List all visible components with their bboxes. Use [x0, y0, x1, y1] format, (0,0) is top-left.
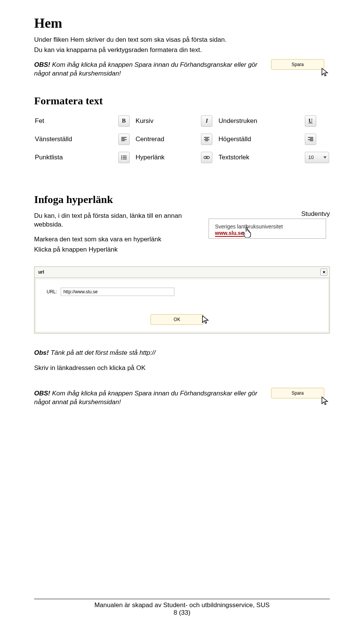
chevron-down-icon: [323, 156, 326, 159]
label-kursiv: Kursiv: [136, 112, 198, 130]
underline-icon[interactable]: U: [305, 115, 316, 127]
spara-button-image: Spara: [271, 59, 330, 77]
dialog-close-button[interactable]: ✕: [320, 269, 327, 275]
svg-point-12: [121, 155, 122, 156]
format-icon-table: Fet B Kursiv I Understruken U Vänsterstä…: [34, 112, 330, 167]
cursor-arrow-icon: [321, 68, 329, 77]
infoga-p3: Klicka på knappen Hyperlänk: [34, 246, 199, 254]
obs-final-text: OBS! Kom ihåg klicka på knappen Spara in…: [34, 389, 260, 407]
label-understruken: Understruken: [218, 112, 302, 130]
url-field-label: URL:: [47, 289, 57, 294]
footer-line2: 8 (33): [34, 609, 330, 617]
heading-formatera: Formatera text: [34, 95, 330, 107]
url-dialog: url ✕ URL: OK: [34, 266, 330, 334]
footer-line1: Manualen är skapad av Student- och utbil…: [34, 601, 330, 609]
bold-icon[interactable]: B: [118, 115, 130, 127]
spara-button[interactable]: Spara: [271, 59, 324, 70]
align-left-icon[interactable]: [118, 134, 130, 145]
infoga-p2: Markera den text som ska vara en hyperlä…: [34, 235, 199, 244]
hand-cursor-icon: [242, 226, 252, 239]
svg-point-19: [206, 156, 210, 159]
studentvy-preview: Sveriges lantbruksuniversitet www.slu.se: [209, 219, 326, 239]
heading-hem: Hem: [34, 15, 330, 31]
italic-icon[interactable]: I: [201, 115, 212, 127]
skriv-in-text: Skriv in länkadressen och klicka på OK: [34, 364, 330, 373]
svg-point-16: [121, 158, 122, 159]
hyperlink-icon[interactable]: [201, 152, 212, 163]
bullet-list-icon[interactable]: [118, 152, 130, 163]
label-hogerstalld: Högerställd: [218, 131, 302, 148]
label-hyperlank: Hyperlänk: [136, 149, 198, 166]
intro-text-1: Under fliken Hem skriver du den text som…: [34, 36, 330, 44]
label-fet: Fet: [35, 112, 115, 130]
cursor-arrow-icon: [201, 315, 210, 326]
obs-text-1: OBS! Kom ihåg klicka på knappen Spara in…: [34, 61, 260, 78]
label-punktlista: Punktlista: [35, 149, 115, 166]
ok-button[interactable]: OK: [151, 314, 204, 325]
align-center-icon[interactable]: [201, 134, 212, 145]
url-input[interactable]: [61, 288, 174, 296]
student-preview-line1: Sveriges lantbruksuniversitet: [215, 223, 320, 230]
fontsize-dropdown[interactable]: 10: [305, 152, 329, 163]
svg-point-14: [121, 157, 122, 158]
label-textstorlek: Textstorlek: [218, 149, 302, 166]
intro-text-2: Du kan via knapparna på verktygsraden fo…: [34, 46, 330, 55]
obs-http-note: Obs! Tänk på att det först måste stå htt…: [34, 349, 330, 357]
page-footer: Manualen är skapad av Student- och utbil…: [34, 599, 330, 617]
student-preview-link[interactable]: www.slu.se: [215, 230, 244, 237]
spara-button-image-2: Spara: [271, 388, 330, 405]
label-vansterstalld: Vänsterställd: [35, 131, 115, 148]
spara-button[interactable]: Spara: [271, 388, 324, 398]
dialog-title: url: [38, 269, 44, 275]
heading-infoga: Infoga hyperlänk: [34, 194, 330, 206]
infoga-p1: Du kan, i din text på första sidan, länk…: [34, 212, 199, 229]
cursor-arrow-icon: [321, 396, 329, 406]
studentvy-label: Studentvy: [209, 210, 330, 218]
align-right-icon[interactable]: [305, 134, 316, 145]
label-centrerad: Centrerad: [136, 131, 198, 148]
